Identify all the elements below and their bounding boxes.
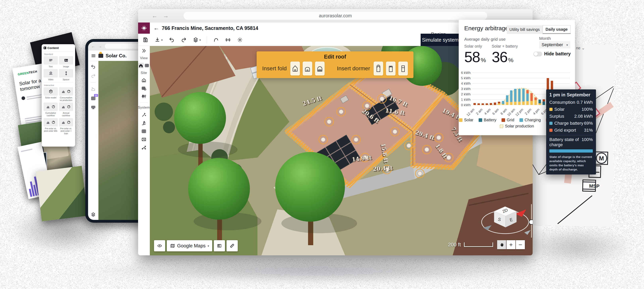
content-tile-cumulative-cashflow[interactable]: Cumulative cashflow — [44, 102, 58, 117]
content-tile-spacer[interactable]: Spacer — [59, 69, 73, 81]
chart-tooltip: 1 pm in September Consumption0.7 kWhSola… — [546, 90, 596, 174]
content-tile-pre-solar-vs-post-solar-bills[interactable]: Pre-solar vs. post-solar bills — [44, 118, 58, 135]
content-section-standard: Standard — [44, 53, 73, 55]
sidebar-section-view: View — [140, 56, 148, 60]
undo-icon[interactable] — [169, 37, 175, 43]
table-icon[interactable] — [141, 128, 147, 134]
inverter-icon[interactable] — [141, 137, 147, 142]
insert-fold-button-3[interactable] — [315, 62, 324, 76]
svg-text:6 am: 6 am — [492, 108, 500, 116]
bar-12pm-charging — [522, 89, 525, 102]
tab-daily-usage[interactable]: Daily usage — [542, 25, 571, 34]
url-bar[interactable]: aurorasolar.com — [184, 12, 487, 20]
month-label: Month — [539, 36, 551, 41]
collage-root: GREENTECH Solar for a better tomorrow ←→… — [0, 0, 644, 289]
tooltip-row-surplus: Surplus2.08 kWh — [549, 113, 593, 120]
tooltip-row-charge-battery: Charge battery69% — [549, 120, 593, 127]
add-structure-icon[interactable] — [91, 87, 96, 92]
tilt-slider-knob[interactable] — [529, 220, 532, 224]
bar-1am-grid — [478, 103, 480, 105]
home-icon[interactable] — [141, 78, 147, 83]
scale-bar — [464, 242, 494, 248]
content-tile-consumption-vs-production[interactable]: Consumption vs production — [59, 87, 73, 102]
browser-back-icon[interactable]: ← — [152, 12, 158, 19]
content-tile-pre-solar-vs-post-solar-loan[interactable]: Pre-solar vs. post-solar + loan — [59, 118, 73, 135]
simulate-system-button[interactable]: Simulate system — [421, 34, 460, 46]
wand-icon[interactable] — [141, 112, 147, 118]
table-icon[interactable] — [144, 63, 150, 68]
arc-tool-icon[interactable] — [213, 37, 219, 43]
tooltip-title: 1 pm in September — [549, 92, 593, 98]
hide-battery-label: Hide battery — [544, 51, 571, 56]
soc-label: Battery state of charge — [549, 137, 582, 148]
pan-tool-button[interactable] — [497, 240, 506, 249]
back-icon[interactable]: ← — [91, 44, 95, 48]
insert-fold-button-2[interactable] — [303, 62, 312, 76]
redo-icon[interactable] — [91, 73, 96, 78]
export-icon[interactable]: ▾ — [154, 37, 163, 43]
signal-icon[interactable] — [225, 37, 231, 43]
hide-battery-toggle[interactable] — [534, 52, 542, 56]
bar-5pm-grid — [542, 100, 545, 102]
avatar — [21, 96, 26, 100]
bar-7am-charging — [502, 101, 504, 104]
bar-2am-grid — [482, 103, 484, 105]
trees-icon[interactable] — [141, 94, 147, 100]
stat-solar-only: Solar only 58% — [464, 44, 486, 64]
person-slope-icon[interactable] — [141, 120, 147, 126]
back-icon[interactable]: ← — [154, 25, 159, 31]
layers-icon[interactable] — [91, 212, 96, 217]
map-controls: Google Maps ▾ — [154, 240, 238, 251]
undo-icon[interactable] — [91, 64, 96, 69]
chevrons-right-icon[interactable] — [141, 48, 147, 54]
save-icon[interactable] — [142, 37, 148, 43]
insert-dormer-button-3[interactable] — [398, 62, 408, 76]
map-provider-select[interactable]: Google Maps ▾ — [167, 240, 212, 251]
insert-dormer-button-1[interactable] — [374, 62, 383, 76]
table-off-icon[interactable] — [141, 86, 147, 91]
orientation-cube[interactable]: 2D S E — [477, 202, 532, 240]
split-view-button[interactable] — [214, 240, 225, 251]
tab-utility-bill-savings[interactable]: Utility bill savings — [507, 25, 542, 34]
month-select[interactable]: September▾ — [539, 41, 570, 48]
zoom-out-button[interactable]: − — [516, 240, 525, 249]
cropped-dropdown-fragment: ne ⌄ — [576, 46, 585, 50]
bar-10am-solar — [514, 102, 516, 105]
insert-fold-button-1[interactable] — [290, 62, 300, 76]
sun-icon[interactable] — [237, 37, 243, 43]
redo-icon[interactable] — [181, 37, 187, 43]
chevron-down-icon: ▾ — [566, 43, 568, 47]
menu-icon[interactable] — [91, 53, 96, 58]
svg-text:4 am: 4 am — [484, 108, 491, 116]
insert-dormer-button-2[interactable] — [386, 62, 396, 76]
zoom-in-button[interactable]: + — [506, 240, 516, 249]
content-tile-image[interactable]: Image — [59, 56, 73, 68]
bar-5am-grid — [494, 102, 496, 105]
bar-11am-charging — [518, 89, 521, 102]
module-icon[interactable] — [91, 105, 96, 110]
svg-text:2 pm: 2 pm — [524, 108, 532, 116]
svg-text:2 kWh: 2 kWh — [461, 92, 471, 96]
aurora-logo[interactable] — [138, 22, 150, 34]
chevron-down-icon: ▾ — [161, 38, 163, 42]
content-tile-text[interactable]: Text — [44, 56, 58, 68]
tooltip-row-solar: Solar100% — [549, 106, 593, 113]
home-filled-icon[interactable] — [138, 63, 144, 68]
legend-solar: Solar — [459, 118, 474, 122]
forward-icon[interactable]: → — [98, 44, 102, 48]
svg-text:12 am: 12 am — [466, 108, 475, 117]
browser-forward-icon[interactable]: → — [163, 12, 169, 19]
bar-8am-solar — [506, 102, 508, 105]
bar-3am-grid — [486, 103, 488, 105]
visibility-button[interactable] — [154, 240, 165, 251]
content-tile-video[interactable]: Video — [44, 69, 58, 81]
bar-10am-charging — [514, 89, 516, 102]
map-icon — [170, 243, 175, 248]
content-tile-solar-model[interactable]: Solar model — [44, 87, 58, 102]
layers-icon[interactable]: ▾ — [193, 37, 201, 43]
string-icon[interactable] — [141, 145, 147, 150]
content-tile-annual-cashflow[interactable]: Annual cashflow — [59, 102, 73, 117]
svg-text:1 kWh: 1 kWh — [461, 98, 471, 102]
photo-slide-green — [36, 166, 88, 221]
measure-button[interactable] — [226, 240, 238, 251]
